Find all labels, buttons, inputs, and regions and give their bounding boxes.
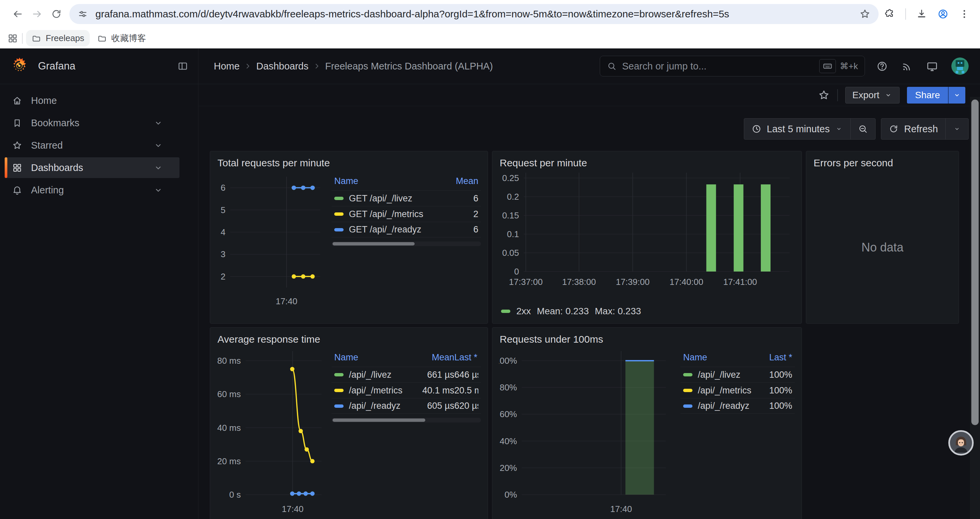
refresh-button[interactable]: Refresh	[881, 118, 945, 139]
svg-text:60%: 60%	[500, 409, 517, 419]
scrollbar-thumb[interactable]	[971, 99, 978, 425]
time-series-chart[interactable]: 6543217:40	[217, 171, 327, 309]
assistant-avatar[interactable]	[948, 430, 974, 455]
sidebar-item-starred[interactable]: Starred	[5, 135, 180, 156]
legend-column-header[interactable]: Name	[334, 352, 407, 363]
reload-button[interactable]	[47, 4, 66, 24]
back-button[interactable]	[8, 4, 27, 24]
legend-value: 100%	[752, 401, 792, 411]
caret-down-icon	[884, 91, 892, 99]
panel-title[interactable]: Average response time	[210, 327, 488, 348]
page-scrollbar[interactable]	[970, 97, 980, 519]
bookmark-label: Freeleaps	[46, 33, 84, 43]
sidebar-item-bookmarks[interactable]: Bookmarks	[5, 113, 180, 133]
svg-text:17:40: 17:40	[611, 504, 632, 514]
display-button[interactable]	[926, 61, 938, 72]
series-color-pill	[683, 404, 692, 408]
legend-column-header[interactable]: Last *	[752, 352, 792, 363]
legend-column-header[interactable]: Mean	[407, 352, 454, 363]
series-name[interactable]: 2xx	[516, 306, 531, 316]
series-color-pill	[683, 389, 692, 392]
svg-text:17:40:00: 17:40:00	[670, 277, 703, 287]
browser-menu-button[interactable]	[959, 8, 970, 20]
reload-icon	[51, 8, 62, 20]
legend-column-header[interactable]: Last *	[454, 352, 478, 363]
legend-scrollbar[interactable]	[332, 241, 481, 246]
legend-row[interactable]: /api/_/readyz100%	[681, 398, 795, 414]
dashboard-actions-bar: Export Share	[199, 84, 980, 106]
sidebar-item-alerting[interactable]: Alerting	[5, 180, 180, 200]
time-series-chart[interactable]: 80 ms60 ms40 ms20 ms0 s17:40	[217, 348, 327, 519]
dock-menu-button[interactable]	[177, 61, 188, 72]
panel-title[interactable]: Requests under 100ms	[492, 327, 802, 348]
legend-row[interactable]: GET /api/_/livez6	[332, 190, 481, 206]
refresh-icon	[889, 124, 899, 134]
sidebar-item-home[interactable]: Home	[5, 90, 180, 111]
sidebar-item-dashboards[interactable]: Dashboards	[5, 157, 180, 178]
zoom-out-button[interactable]	[851, 118, 875, 139]
legend-column-header[interactable]: Mean	[435, 176, 478, 186]
rss-icon	[901, 61, 913, 72]
profile-button[interactable]	[937, 8, 949, 20]
share-dropdown-button[interactable]	[948, 87, 965, 104]
bar-chart[interactable]: 0.250.20.150.10.05017:37:0017:38:0017:39…	[499, 171, 795, 288]
time-range-picker: Last 5 minutes	[744, 118, 876, 140]
assistant-avatar-image	[950, 432, 972, 454]
legend-row[interactable]: /api/_/livez100%	[681, 367, 795, 382]
downloads-button[interactable]	[916, 8, 927, 20]
breadcrumb-item[interactable]: Home	[210, 59, 243, 74]
bookmark-page-star-icon[interactable]	[859, 8, 870, 20]
svg-text:5: 5	[221, 205, 226, 215]
series-name: /api/_/livez	[349, 370, 407, 380]
chevron-right-icon	[243, 62, 252, 70]
search-box[interactable]: ⌘+k	[600, 56, 865, 77]
grafana-logo-icon[interactable]	[10, 57, 29, 75]
actions-divider	[837, 89, 838, 101]
time-range-button[interactable]: Last 5 minutes	[744, 118, 851, 139]
panel-requests-under-100ms: Requests under 100ms 100%80%60%40%20%0%1…	[492, 327, 802, 519]
user-avatar[interactable]	[951, 57, 969, 75]
legend-row[interactable]: GET /api/_/metrics2	[332, 206, 481, 222]
sidebar-item-label: Home	[31, 95, 57, 106]
legend-row[interactable]: /api/_/livez661 µs646 µs	[332, 367, 481, 382]
dots-vertical-icon	[959, 8, 970, 20]
zoom-out-icon	[858, 124, 868, 134]
help-button[interactable]	[876, 61, 888, 72]
panel-title[interactable]: Errors per second	[806, 151, 959, 171]
panel-title[interactable]: Total requests per minute	[210, 151, 488, 171]
bookmark-label: 收藏博客	[111, 32, 146, 44]
series-name: GET /api/_/readyz	[349, 224, 435, 235]
extensions-button[interactable]	[884, 8, 895, 20]
url-bar[interactable]: grafana.mathmast.com/d/deytv4rwavabkb/fr…	[69, 4, 878, 24]
export-button[interactable]: Export	[845, 87, 900, 104]
apps-shortcut-button[interactable]	[7, 33, 18, 44]
profile-icon	[937, 8, 949, 20]
bookmark-item--[interactable]: 收藏博客	[92, 29, 151, 47]
series-color-pill	[334, 373, 344, 376]
monitor-icon	[926, 61, 938, 72]
legend-scrollbar[interactable]	[332, 418, 481, 423]
svg-text:17:41:00: 17:41:00	[723, 277, 757, 287]
news-button[interactable]	[901, 61, 913, 72]
legend-row[interactable]: /api/_/readyz605 µs620 µs	[332, 398, 481, 414]
legend-table: NameLast */api/_/livez100%/api/_/metrics…	[681, 350, 795, 414]
url-text[interactable]: grafana.mathmast.com/d/deytv4rwavabkb/fr…	[95, 8, 859, 20]
forward-button[interactable]	[27, 4, 47, 24]
svg-text:0.2: 0.2	[507, 192, 519, 202]
area-chart[interactable]: 100%80%60%40%20%0%17:40	[499, 348, 676, 519]
legend-row[interactable]: /api/_/metrics100%	[681, 382, 795, 398]
bookmark-item-freeleaps[interactable]: Freeleaps	[26, 30, 90, 46]
legend-column-header[interactable]: Name	[683, 352, 752, 363]
legend-row[interactable]: /api/_/metrics40.1 ms20.5 ms	[332, 382, 481, 398]
refresh-interval-dropdown[interactable]	[946, 118, 968, 139]
legend-column-header[interactable]: Name	[334, 176, 435, 186]
share-button[interactable]: Share	[907, 87, 948, 104]
legend-row[interactable]: GET /api/_/readyz6	[332, 222, 481, 238]
caret-down-icon	[953, 125, 961, 133]
caret-down-icon	[835, 125, 843, 133]
favorite-dashboard-button[interactable]	[818, 89, 830, 101]
breadcrumb-item[interactable]: Dashboards	[252, 59, 312, 74]
search-input[interactable]	[622, 61, 819, 72]
bell-icon	[12, 185, 22, 195]
panel-title[interactable]: Request per minute	[492, 151, 802, 171]
